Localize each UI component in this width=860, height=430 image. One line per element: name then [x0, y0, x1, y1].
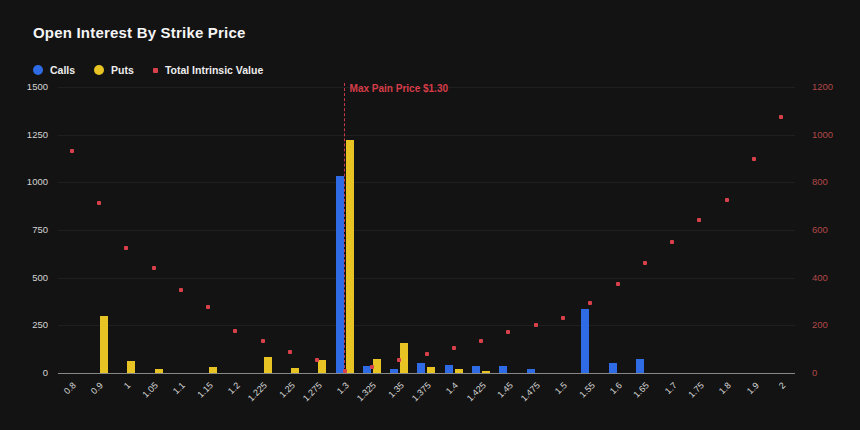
bar-group [358, 87, 385, 373]
intrinsic-dot[interactable] [616, 282, 620, 286]
bar-puts[interactable] [209, 367, 217, 373]
intrinsic-dot[interactable] [588, 301, 592, 305]
y-axis-label-right: 200 [812, 320, 828, 330]
bar-group [577, 87, 604, 373]
intrinsic-dot[interactable] [124, 246, 128, 250]
intrinsic-dot[interactable] [670, 240, 674, 244]
y-axis-left: 0250500750100012501500 [0, 87, 48, 373]
intrinsic-dot[interactable] [643, 261, 647, 265]
x-axis-label: 1.4 [445, 381, 460, 396]
bar-calls[interactable] [390, 369, 398, 373]
bar-puts[interactable] [155, 369, 163, 373]
intrinsic-dot[interactable] [725, 198, 729, 202]
intrinsic-dot[interactable] [261, 339, 265, 343]
bar-puts[interactable] [482, 371, 490, 373]
bar-group [659, 87, 686, 373]
intrinsic-dot[interactable] [288, 350, 292, 354]
intrinsic-dot[interactable] [152, 266, 156, 270]
intrinsic-dot[interactable] [343, 369, 347, 373]
intrinsic-dot[interactable] [752, 157, 756, 161]
bar-group [631, 87, 658, 373]
legend-item-calls[interactable]: Calls [33, 64, 75, 76]
bar-group [440, 87, 467, 373]
bar-group [331, 87, 358, 373]
bar-calls[interactable] [581, 309, 589, 373]
bar-group [413, 87, 440, 373]
puts-swatch-icon [94, 65, 104, 75]
x-axis-label: 1.2 [227, 381, 242, 396]
bar-puts[interactable] [346, 140, 354, 373]
intrinsic-dot[interactable] [397, 358, 401, 362]
legend-label-puts: Puts [111, 64, 134, 76]
intrinsic-dot[interactable] [315, 358, 319, 362]
bar-calls[interactable] [527, 369, 535, 373]
intrinsic-dot[interactable] [425, 352, 429, 356]
x-axis-label: 1.7 [663, 381, 678, 396]
legend-item-puts[interactable]: Puts [94, 64, 134, 76]
x-axis-label: 1.35 [387, 381, 406, 400]
y-axis-label-left: 250 [32, 320, 48, 330]
x-axis-label: 1.25 [278, 381, 297, 400]
y-axis-label-right: 600 [812, 225, 828, 235]
bar-group [713, 87, 740, 373]
intrinsic-dot[interactable] [452, 346, 456, 350]
x-axis-label: 1.45 [496, 381, 515, 400]
intrinsic-swatch-icon [153, 68, 158, 73]
x-axis-label: 1.9 [745, 381, 760, 396]
y-axis-label-left: 1000 [27, 177, 48, 187]
bar-group [167, 87, 194, 373]
intrinsic-dot[interactable] [479, 339, 483, 343]
bar-puts[interactable] [100, 316, 108, 373]
y-axis-label-left: 500 [32, 273, 48, 283]
bar-puts[interactable] [373, 359, 381, 373]
x-axis-label: 1.1 [172, 381, 187, 396]
intrinsic-dot[interactable] [97, 201, 101, 205]
bar-group [113, 87, 140, 373]
y-axis-label-right: 400 [812, 273, 828, 283]
bar-group [85, 87, 112, 373]
bar-calls[interactable] [609, 363, 617, 373]
intrinsic-dot[interactable] [370, 365, 374, 369]
bar-puts[interactable] [400, 343, 408, 373]
bar-puts[interactable] [427, 367, 435, 373]
bar-puts[interactable] [455, 369, 463, 373]
bar-puts[interactable] [127, 361, 135, 373]
bar-group [549, 87, 576, 373]
legend: Calls Puts Total Intrinsic Value [33, 62, 263, 78]
bar-puts[interactable] [264, 357, 272, 373]
bar-calls[interactable] [472, 366, 480, 373]
legend-item-intrinsic[interactable]: Total Intrinsic Value [153, 64, 263, 76]
intrinsic-dot[interactable] [534, 323, 538, 327]
intrinsic-dot[interactable] [179, 288, 183, 292]
plot-area: Max Pain Price $1.30 [58, 87, 795, 373]
y-axis-label-right: 0 [812, 368, 817, 378]
bar-puts[interactable] [291, 368, 299, 373]
legend-label-intrinsic: Total Intrinsic Value [165, 64, 263, 76]
intrinsic-dot[interactable] [779, 115, 783, 119]
bar-calls[interactable] [636, 359, 644, 373]
x-axis-label: 1 [123, 381, 133, 391]
y-axis-label-right: 1000 [812, 130, 833, 140]
x-axis-label: 0.9 [90, 381, 105, 396]
bar-group [686, 87, 713, 373]
x-axis-label: 1.05 [141, 381, 160, 400]
intrinsic-dot[interactable] [561, 316, 565, 320]
intrinsic-dot[interactable] [70, 149, 74, 153]
bar-group [249, 87, 276, 373]
y-axis-label-right: 1200 [812, 82, 833, 92]
bar-calls[interactable] [417, 363, 425, 373]
bar-calls[interactable] [336, 176, 344, 373]
x-axis-label: 1.3 [336, 381, 351, 396]
bar-group [768, 87, 795, 373]
calls-swatch-icon [33, 65, 43, 75]
x-axis-label: 1.275 [301, 381, 323, 403]
bar-calls[interactable] [499, 366, 507, 373]
bar-calls[interactable] [445, 365, 453, 373]
x-axis-label: 1.375 [411, 381, 433, 403]
y-axis-label-right: 800 [812, 177, 828, 187]
y-axis-label-left: 1500 [27, 82, 48, 92]
chart-title: Open Interest By Strike Price [33, 24, 246, 41]
bar-group [194, 87, 221, 373]
bar-puts[interactable] [318, 360, 326, 373]
bar-group [140, 87, 167, 373]
